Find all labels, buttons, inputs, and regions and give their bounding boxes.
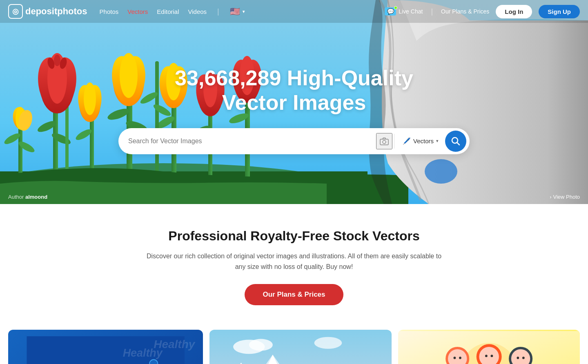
logo[interactable]: ◎ depositphotos <box>8 4 87 19</box>
nav-divider: | <box>217 7 219 16</box>
search-divider <box>394 134 394 149</box>
chevron-right-icon: › <box>550 194 551 200</box>
section-description: Discover our rich collection of original… <box>141 251 447 272</box>
view-photo-link[interactable]: › View Photo <box>550 194 580 200</box>
thumbnail-1[interactable]: Healthy <box>8 330 203 364</box>
author-prefix: Author <box>8 194 24 200</box>
thumbnail-2-svg <box>209 330 391 364</box>
chat-icon: 💬 <box>385 7 396 16</box>
svg-point-90 <box>453 357 456 359</box>
svg-text:Healthy: Healthy <box>123 347 163 360</box>
svg-point-93 <box>490 355 493 357</box>
nav-links: Photos Vectors Editorial Videos | 🇺🇸 ▼ <box>100 7 385 16</box>
thumbnail-2[interactable] <box>209 330 391 364</box>
hero-section: 33,668,289 High-Quality Vector Images 🖊️… <box>0 0 588 204</box>
camera-search-button[interactable] <box>376 133 392 149</box>
nav-videos[interactable]: Videos <box>188 8 207 15</box>
live-chat[interactable]: 💬 Live Chat <box>385 7 423 16</box>
plans-cta-button[interactable]: Our Plans & Prices <box>245 284 343 305</box>
svg-point-78 <box>314 337 342 349</box>
svg-point-91 <box>459 357 461 359</box>
chevron-icon: ▾ <box>436 138 439 144</box>
nav-editorial[interactable]: Editorial <box>157 8 179 15</box>
search-icon <box>451 137 460 146</box>
login-button[interactable]: Log In <box>496 5 532 18</box>
logo-icon: ◎ <box>8 4 23 19</box>
view-photo-label: View Photo <box>553 194 580 200</box>
plans-link[interactable]: Our Plans & Prices <box>441 8 489 15</box>
svg-point-94 <box>517 357 519 359</box>
author-bar: Author almoond › View Photo <box>0 190 588 204</box>
vector-icon: 🖊️ <box>403 137 411 145</box>
language-selector[interactable]: 🇺🇸 ▼ <box>230 7 246 16</box>
search-bar: 🖊️ Vectors ▾ <box>118 128 470 154</box>
hero-title: 33,668,289 High-Quality Vector Images <box>175 66 413 115</box>
search-button[interactable] <box>445 131 466 152</box>
author-info: Author almoond <box>8 194 47 200</box>
navigation: ◎ depositphotos Photos Vectors Editorial… <box>0 0 588 23</box>
thumbnail-3[interactable] <box>398 330 580 364</box>
chevron-down-icon: ▼ <box>242 9 246 14</box>
professional-section: Professional Royalty-Free Stock Vectors … <box>0 204 588 322</box>
nav-vectors[interactable]: Vectors <box>127 8 148 15</box>
search-input[interactable] <box>128 138 376 145</box>
svg-point-58 <box>383 140 386 144</box>
live-chat-label: Live Chat <box>399 8 423 15</box>
search-type-dropdown[interactable]: 🖊️ Vectors ▾ <box>396 137 445 145</box>
svg-point-95 <box>522 357 525 359</box>
logo-text: depositphotos <box>25 6 87 17</box>
thumbnail-row: Healthy <box>0 322 588 364</box>
svg-rect-61 <box>27 336 184 364</box>
author-name: almoond <box>25 194 47 200</box>
svg-point-77 <box>249 339 273 351</box>
section-title: Professional Royalty-Free Stock Vectors <box>8 229 580 244</box>
nav-photos[interactable]: Photos <box>100 8 119 15</box>
thumbnail-3-svg <box>398 330 580 364</box>
svg-rect-57 <box>380 139 388 145</box>
hero-background: 33,668,289 High-Quality Vector Images 🖊️… <box>0 0 588 204</box>
nav-divider-2: | <box>431 7 433 16</box>
search-type-label: Vectors <box>413 138 434 144</box>
nav-right: 💬 Live Chat | Our Plans & Prices Log In … <box>385 5 580 18</box>
thumbnail-1-svg: Healthy <box>15 336 196 364</box>
hero-overlay: 33,668,289 High-Quality Vector Images 🖊️… <box>0 0 588 204</box>
online-dot <box>394 6 397 9</box>
signup-button[interactable]: Sign Up <box>539 5 580 18</box>
svg-point-92 <box>485 355 488 357</box>
svg-line-60 <box>457 142 459 145</box>
flag-icon: 🇺🇸 <box>230 7 240 16</box>
camera-icon <box>380 137 389 145</box>
